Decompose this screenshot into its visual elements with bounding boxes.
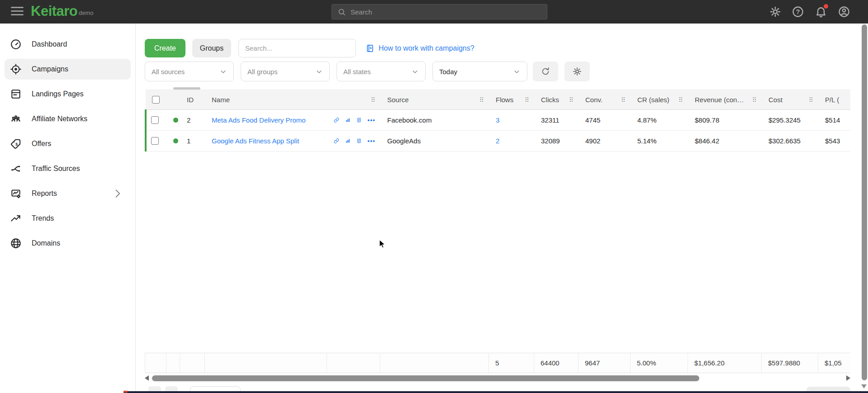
traffic-branch-icon bbox=[10, 163, 22, 175]
source-column-header[interactable]: Source bbox=[387, 96, 409, 104]
drag-handle-icon[interactable]: ⠿ bbox=[525, 97, 529, 103]
vscroll-thumb[interactable] bbox=[862, 24, 867, 380]
drag-handle-icon[interactable]: ⠿ bbox=[479, 97, 484, 103]
sidebar-item-dashboard[interactable]: Dashboard bbox=[5, 34, 131, 55]
cost-value: $295.3245 bbox=[762, 110, 819, 131]
chevron-right-icon bbox=[112, 188, 123, 199]
sidebar-item-affiliate-networks[interactable]: Affiliate Networks bbox=[5, 109, 131, 129]
groups-button[interactable]: Groups bbox=[192, 39, 231, 57]
more-actions-icon[interactable]: ••• bbox=[367, 117, 375, 123]
campaign-stats-icon[interactable] bbox=[345, 137, 351, 145]
revenue-value: $846.42 bbox=[688, 131, 762, 152]
campaign-log-icon[interactable] bbox=[356, 116, 362, 124]
campaign-link-icon[interactable] bbox=[334, 116, 339, 124]
select-all-checkbox[interactable] bbox=[152, 96, 160, 104]
vertical-scrollbar bbox=[860, 24, 868, 393]
svg-text:?: ? bbox=[796, 8, 800, 15]
date-range-select[interactable]: Today bbox=[432, 62, 527, 81]
pl-column-header[interactable]: P/L ( bbox=[819, 90, 850, 110]
flows-count-link[interactable]: 2 bbox=[496, 137, 499, 145]
campaign-id: 2 bbox=[180, 110, 205, 131]
conv-column-header[interactable]: Conv. bbox=[585, 96, 602, 104]
summary-revenue: $1,656.20 bbox=[688, 353, 762, 373]
flows-column-header[interactable]: Flows bbox=[496, 96, 513, 104]
summary-conv: 9647 bbox=[579, 353, 631, 373]
global-search[interactable] bbox=[332, 4, 547, 19]
sidebar-label: Trends bbox=[32, 214, 54, 223]
sources-filter-select[interactable]: All sources bbox=[145, 62, 234, 81]
cr-value: 4.87% bbox=[631, 110, 688, 131]
scroll-right-arrow[interactable] bbox=[846, 375, 850, 381]
hscroll-thumb[interactable] bbox=[152, 375, 699, 381]
notifications-bell-icon[interactable] bbox=[815, 5, 827, 18]
revenue-value: $809.78 bbox=[688, 110, 762, 131]
campaign-stats-icon[interactable] bbox=[345, 116, 351, 124]
id-column-header[interactable]: ID bbox=[180, 90, 205, 110]
sidebar-label: Affiliate Networks bbox=[32, 115, 87, 123]
status-active-dot bbox=[173, 118, 178, 123]
status-column-header bbox=[167, 90, 180, 110]
drag-handle-icon[interactable]: ⠿ bbox=[752, 97, 757, 103]
sidebar: Dashboard Campaigns Landings Pages Affil… bbox=[0, 24, 136, 393]
sidebar-label: Dashboard bbox=[32, 40, 67, 48]
chevron-down-icon bbox=[219, 68, 227, 76]
campaign-link-icon[interactable] bbox=[334, 137, 339, 145]
drag-handle-icon[interactable]: ⠿ bbox=[569, 97, 574, 103]
sidebar-label: Landings Pages bbox=[32, 90, 84, 98]
more-actions-icon[interactable]: ••• bbox=[367, 138, 375, 144]
create-button[interactable]: Create bbox=[145, 39, 185, 57]
name-column-header[interactable]: Name bbox=[212, 96, 230, 104]
hscroll-track[interactable] bbox=[151, 375, 844, 381]
sidebar-item-reports[interactable]: Reports bbox=[5, 183, 131, 204]
help-campaigns-link[interactable]: How to work with campaigns? bbox=[365, 44, 474, 53]
table-row[interactable]: 2 Meta Ads Food Delivery Promo ••• Faceb… bbox=[146, 110, 850, 131]
settings-gear-icon[interactable] bbox=[769, 5, 782, 18]
revenue-column-header[interactable]: Revenue (con… bbox=[695, 96, 744, 104]
sidebar-item-landings-pages[interactable]: Landings Pages bbox=[5, 84, 131, 104]
drag-handle-icon[interactable]: ⠿ bbox=[371, 97, 375, 103]
campaign-name-link[interactable]: Google Ads Fitness App Split bbox=[212, 137, 299, 145]
main-content: Create Groups How to work with campaigns… bbox=[136, 24, 868, 393]
sidebar-item-campaigns[interactable]: Campaigns bbox=[5, 59, 131, 80]
flows-count-link[interactable]: 3 bbox=[496, 116, 499, 124]
row-checkbox[interactable] bbox=[151, 116, 159, 124]
clicks-column-header[interactable]: Clicks bbox=[541, 96, 559, 104]
summary-cr: 5.00% bbox=[631, 353, 688, 373]
table-row[interactable]: 1 Google Ads Fitness App Split ••• Googl… bbox=[146, 131, 850, 152]
groups-filter-select[interactable]: All groups bbox=[241, 62, 330, 81]
scroll-down-arrow[interactable] bbox=[861, 384, 867, 388]
scroll-left-arrow[interactable] bbox=[145, 375, 149, 381]
cost-column-header[interactable]: Cost bbox=[768, 96, 783, 104]
gear-icon bbox=[572, 66, 582, 76]
help-icon[interactable]: ? bbox=[792, 5, 804, 18]
sidebar-item-traffic-sources[interactable]: Traffic Sources bbox=[5, 158, 131, 179]
campaign-search-input[interactable] bbox=[238, 39, 356, 57]
drag-handle-icon[interactable]: ⠿ bbox=[809, 97, 813, 103]
refresh-button[interactable] bbox=[533, 62, 558, 81]
menu-hamburger-icon[interactable] bbox=[11, 7, 24, 18]
toolbar: Create Groups How to work with campaigns… bbox=[145, 39, 474, 57]
bottom-edge-strip bbox=[123, 391, 868, 393]
sidebar-item-domains[interactable]: Domains bbox=[5, 233, 131, 254]
domains-globe-icon bbox=[10, 237, 22, 249]
global-search-input[interactable] bbox=[351, 8, 541, 16]
cr-column-header[interactable]: CR (sales) bbox=[637, 96, 669, 104]
states-filter-value: All states bbox=[343, 68, 371, 76]
conv-value: 4745 bbox=[579, 110, 631, 131]
table-settings-button[interactable] bbox=[564, 62, 590, 81]
drag-handle-icon[interactable]: ⠿ bbox=[678, 97, 683, 103]
status-active-dot bbox=[173, 138, 178, 143]
row-checkbox[interactable] bbox=[151, 137, 159, 145]
drag-handle-icon[interactable]: ⠿ bbox=[621, 97, 626, 103]
groups-filter-value: All groups bbox=[247, 68, 278, 76]
campaigns-target-icon bbox=[10, 63, 22, 75]
sidebar-item-offers[interactable]: $ Offers bbox=[5, 133, 131, 154]
campaign-name-link[interactable]: Meta Ads Food Delivery Promo bbox=[212, 116, 306, 124]
account-icon[interactable] bbox=[838, 5, 850, 18]
sidebar-label: Offers bbox=[32, 140, 51, 148]
sidebar-item-trends[interactable]: Trends bbox=[5, 208, 131, 229]
campaign-log-icon[interactable] bbox=[356, 137, 362, 145]
app-logo[interactable]: Keitaro bbox=[31, 3, 77, 19]
states-filter-select[interactable]: All states bbox=[337, 62, 426, 81]
sources-filter-value: All sources bbox=[152, 68, 185, 76]
